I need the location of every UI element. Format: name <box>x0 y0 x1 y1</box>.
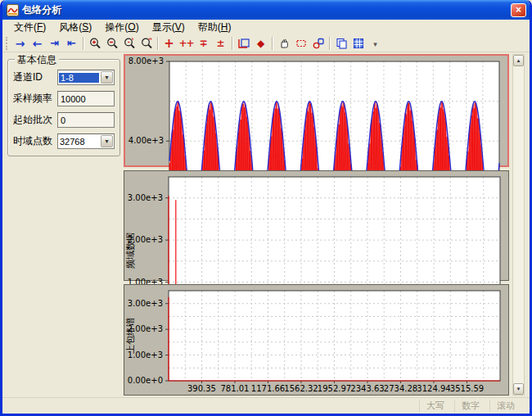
menu-help[interactable]: 帮助(H) <box>192 20 238 35</box>
box-zoom-icon <box>237 37 250 50</box>
pan-hand-icon <box>277 37 291 50</box>
copy-view-button[interactable] <box>332 35 349 51</box>
status-indicator-2: 滚动 <box>489 400 521 412</box>
field-row-start-batch: 起始批次0 <box>13 112 115 128</box>
zoom-out-button[interactable] <box>103 35 120 51</box>
box-zoom-button[interactable] <box>235 35 252 51</box>
start-batch-input[interactable]: 0 <box>57 112 115 128</box>
menu-view[interactable]: 显示(V) <box>146 20 192 35</box>
nav-back-button[interactable]: ← <box>29 35 46 51</box>
link-view-icon <box>312 37 325 50</box>
svg-text:3515.59: 3515.59 <box>450 384 484 393</box>
svg-text:390.35: 390.35 <box>187 384 216 393</box>
toolbar-separator <box>272 37 273 50</box>
title-bar: 包络分析 × <box>2 0 530 20</box>
nav-end-button[interactable]: ⇥ <box>46 35 63 51</box>
zoom-in-button[interactable] <box>86 35 103 51</box>
scrollbar-track[interactable] <box>513 66 524 383</box>
field-list: 通道ID 1-8 ▼采样频率10000起始批次0时域点数 32768 ▼ <box>13 70 115 149</box>
chart-panel-frequency-spectrum[interactable]: 3.00e+32.00e+31.00e+30.00e+0390.35781.01… <box>124 170 509 282</box>
window-title: 包络分析 <box>22 3 511 17</box>
menu-bar: 文件(F)风格(S)操作(O)显示(V)帮助(H) <box>2 20 530 34</box>
svg-text:1562.32: 1562.32 <box>284 384 318 393</box>
svg-text:2343.63: 2343.63 <box>350 384 384 393</box>
pan-hand-button[interactable] <box>275 35 292 51</box>
time-points-value: 32768 <box>58 137 100 147</box>
svg-text:1952.97: 1952.97 <box>318 384 351 393</box>
chevron-down-icon: ▼ <box>104 75 110 80</box>
chart-panel-time-domain[interactable]: 8.00e+34.00e+30.00e+0-4.00e+3-8.00e+30.3… <box>124 54 509 167</box>
app-icon <box>7 4 19 16</box>
copy-view-icon <box>335 37 348 50</box>
cursor-cross-button[interactable]: + <box>160 35 178 51</box>
svg-text:0.00e+0: 0.00e+0 <box>128 376 163 385</box>
chart-plot-upper-envelope-spectrum[interactable]: 3.00e+32.00e+31.00e+30.00e+0390.35781.01… <box>124 285 508 395</box>
toolbar-separator <box>157 37 158 50</box>
group-title: 基本信息 <box>15 53 59 67</box>
svg-text:上包络谱: 上包络谱 <box>125 317 136 354</box>
close-button[interactable]: × <box>511 3 526 17</box>
zoom-next-button[interactable] <box>138 35 155 51</box>
time-points-dropdown-button[interactable]: ▼ <box>101 135 113 147</box>
scroll-down-button[interactable]: ▼ <box>513 383 524 395</box>
zoom-prev-icon <box>123 37 136 50</box>
basic-info-group: 基本信息 通道ID 1-8 ▼采样频率10000起始批次0时域点数 32768 … <box>7 59 120 156</box>
cursor-upper-icon: ∓ <box>199 38 207 49</box>
marker-diamond-icon: ◆ <box>257 38 264 49</box>
menu-style[interactable]: 风格(S) <box>52 20 98 35</box>
vertical-scrollbar[interactable]: ▲ ▼ <box>512 54 525 396</box>
nav-end-icon: ⇥ <box>50 37 59 49</box>
grid-view-icon <box>352 37 365 50</box>
zoom-prev-button[interactable] <box>120 35 138 51</box>
svg-text:4.00e+3: 4.00e+3 <box>128 136 164 145</box>
channel-id-value: 1-8 <box>59 73 99 83</box>
sample-rate-value: 10000 <box>61 94 86 104</box>
cursor-upper-button[interactable]: ∓ <box>195 35 212 51</box>
channel-id-dropdown-button[interactable]: ▼ <box>101 71 113 84</box>
scroll-up-button[interactable]: ▲ <box>513 55 524 66</box>
chevron-down-icon: ▼ <box>104 138 110 144</box>
sample-rate-label: 采样频率 <box>13 92 57 106</box>
svg-text:8.00e+3: 8.00e+3 <box>128 57 164 66</box>
menu-operate[interactable]: 操作(O) <box>98 20 145 35</box>
nav-forward-icon: → <box>16 37 25 50</box>
status-indicator-0: 大写 <box>419 400 451 412</box>
zoom-next-icon <box>140 37 153 50</box>
cursor-cross-icon: + <box>164 36 174 51</box>
toolbar-separator <box>232 37 232 50</box>
toolbar-overflow-button[interactable]: ▾ <box>367 35 384 51</box>
status-bar: 大写数字滚动 <box>2 397 530 414</box>
marker-diamond-button[interactable]: ◆ <box>252 35 269 51</box>
toolbar-separator <box>83 37 83 50</box>
link-view-button[interactable] <box>309 35 327 51</box>
select-region-icon <box>295 37 308 50</box>
toolbar-grip[interactable] <box>6 37 8 50</box>
toolbar-overflow-icon: ▾ <box>373 38 377 49</box>
svg-text:3124.94: 3124.94 <box>417 384 450 393</box>
client-area: 基本信息 通道ID 1-8 ▼采样频率10000起始批次0时域点数 32768 … <box>2 52 530 397</box>
charts-column: 8.00e+34.00e+30.00e+0-4.00e+3-8.00e+30.3… <box>124 54 509 396</box>
cursor-double-cross-button[interactable]: ++ <box>178 35 195 51</box>
field-row-channel-id: 通道ID 1-8 ▼ <box>13 70 115 85</box>
svg-text:3.00e+3: 3.00e+3 <box>128 299 163 308</box>
toolbar: →←⇥⇤+++∓±◆▾ <box>2 34 530 52</box>
grid-view-button[interactable] <box>349 35 367 51</box>
time-points-combobox[interactable]: 32768 ▼ <box>57 133 115 149</box>
nav-forward-button[interactable]: → <box>11 35 29 51</box>
nav-back-icon: ← <box>33 37 43 50</box>
nav-start-icon: ⇤ <box>67 37 76 49</box>
app-window: 包络分析 × 文件(F)风格(S)操作(O)显示(V)帮助(H) →←⇥⇤+++… <box>0 0 532 416</box>
sample-rate-input[interactable]: 10000 <box>57 91 115 106</box>
time-points-label: 时域点数 <box>13 134 57 148</box>
start-batch-value: 0 <box>61 115 65 125</box>
cursor-lower-button[interactable]: ± <box>212 35 229 51</box>
nav-start-button[interactable]: ⇤ <box>63 35 80 51</box>
field-row-sample-rate: 采样频率10000 <box>13 91 115 106</box>
chart-panel-upper-envelope-spectrum[interactable]: 3.00e+32.00e+31.00e+30.00e+0390.35781.01… <box>124 284 509 396</box>
sidebar: 基本信息 通道ID 1-8 ▼采样频率10000起始批次0时域点数 32768 … <box>7 54 120 396</box>
select-region-button[interactable] <box>292 35 309 51</box>
toolbar-separator <box>329 37 330 50</box>
channel-id-combobox[interactable]: 1-8 ▼ <box>57 70 115 85</box>
menu-file[interactable]: 文件(F) <box>7 20 52 35</box>
svg-text:1171.66: 1171.66 <box>251 384 285 393</box>
